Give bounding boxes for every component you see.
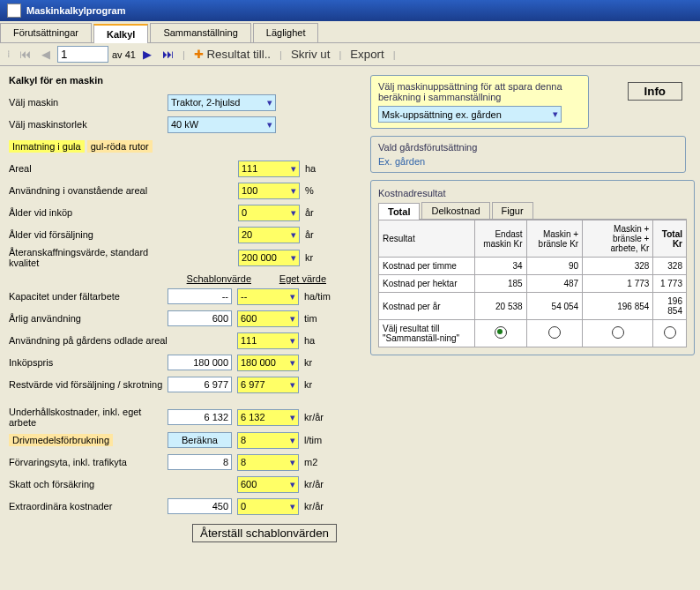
nav-prev-icon[interactable]: ◀ [38, 46, 54, 63]
unit-label: kr/år [304, 412, 335, 422]
machine-label: Välj maskin [9, 97, 168, 108]
field-label: Extraordinära kostnader [9, 501, 168, 512]
eget-combo[interactable]: 6 132▾ [237, 409, 299, 426]
result-radio[interactable] [612, 326, 624, 339]
value-combo[interactable]: 200 000▾ [238, 250, 300, 266]
eget-combo[interactable]: 111▾ [237, 332, 299, 349]
schablon-value: 6 132 [168, 409, 232, 425]
hint-orange: gul-röda rutor [87, 140, 153, 153]
unit-label: kr [305, 252, 336, 263]
unit-label: år [305, 229, 336, 240]
eget-combo[interactable]: 0▾ [237, 498, 299, 515]
tab-laglighet[interactable]: Läglighet [253, 23, 319, 42]
value-combo[interactable]: 0▾ [238, 205, 300, 221]
field-label: Ålder vid inköp [9, 207, 168, 218]
unit-label: ha [305, 163, 336, 174]
col-schablon: Schablonvärde [168, 273, 251, 284]
field-label: Drivmedelsförbrukning [9, 435, 168, 445]
field-label: Underhållskostnader, inkl. eget arbete [9, 407, 168, 428]
unit-label: kr/år [304, 479, 335, 489]
schablon-value: 6 977 [168, 377, 232, 392]
field-label: Kapacitet under fältarbete [9, 291, 168, 302]
farm-value: Ex. gården [378, 156, 678, 167]
unit-label: kr [304, 357, 335, 368]
tab-forutsattningar[interactable]: Förutsättningar [0, 23, 92, 42]
selection-combo[interactable]: Msk-uppsättning ex. gården▾ [378, 106, 562, 123]
unit-label: % [305, 185, 336, 196]
schablon-value: 8 [168, 454, 232, 470]
eget-combo[interactable]: 8▾ [237, 432, 299, 449]
eget-combo[interactable]: 600▾ [237, 310, 299, 327]
selection-intro: Välj maskinuppsättning för att spara den… [378, 81, 581, 102]
schablon-value: 180 000 [168, 355, 232, 370]
result-radio[interactable] [664, 326, 676, 339]
farm-title: Vald gårdsförutsättning [378, 142, 678, 153]
machine-combo[interactable]: Traktor, 2-hjulsd▾ [168, 94, 276, 111]
value-combo[interactable]: 20▾ [238, 227, 300, 243]
tab-sammanstallning[interactable]: Sammanställning [150, 23, 250, 42]
field-label: Användning i ovanstående areal [9, 185, 168, 196]
nav-next-icon[interactable]: ▶ [139, 46, 155, 63]
eget-combo[interactable]: 8▾ [237, 454, 299, 471]
field-label: Areal [9, 163, 168, 174]
unit-label: kr [304, 379, 335, 390]
nav-last-icon[interactable]: ⏭ [159, 46, 177, 63]
schablon-value: -- [168, 288, 232, 304]
eget-combo[interactable]: --▾ [237, 288, 299, 305]
result-radio[interactable] [548, 326, 561, 339]
field-label: Skatt och försäkring [9, 479, 168, 489]
field-label: Ålder vid försäljning [9, 229, 168, 240]
info-button[interactable]: Info [628, 82, 682, 101]
nav-of-label: av 41 [112, 49, 136, 60]
value-combo[interactable]: 100▾ [238, 183, 300, 199]
unit-label: tim [304, 313, 335, 324]
result-title: Kostnadresultat [378, 188, 687, 198]
hint-yellow: Inmatning i gula [9, 140, 85, 153]
subtab-total[interactable]: Total [378, 203, 420, 220]
eget-combo[interactable]: 180 000▾ [237, 355, 299, 371]
unit-label: l/tim [304, 435, 335, 445]
eget-combo[interactable]: 600▾ [237, 476, 299, 493]
tab-kalkyl[interactable]: Kalkyl [93, 24, 148, 43]
main-tabs: Förutsättningar Kalkyl Sammanställning L… [0, 21, 700, 43]
field-label: Restvärde vid försäljning / skrotning [9, 379, 168, 390]
reset-schablon-button[interactable]: Återställ schablonvärden [192, 524, 337, 542]
skriv-ut-button[interactable]: Skriv ut [287, 46, 333, 63]
result-radio[interactable] [495, 326, 507, 339]
eget-combo[interactable]: 6 977▾ [237, 377, 299, 393]
chevron-down-icon: ▾ [267, 119, 272, 131]
titlebar: Maskinkalkylprogram [0, 0, 700, 21]
chevron-down-icon: ▾ [553, 108, 558, 120]
chevron-down-icon: ▾ [267, 97, 272, 108]
field-label: Förvaringsyta, inkl. trafikyta [9, 457, 168, 467]
field-label: Användning på gårdens odlade areal [9, 335, 168, 346]
unit-label: ha [304, 335, 335, 346]
unit-label: ha/tim [304, 291, 335, 302]
page-title: Kalkyl för en maskin [9, 75, 361, 86]
toolbar: ⁞ ⏮ ◀ av 41 ▶ ⏭ | ✚ Resultat till.. | Sk… [0, 43, 700, 66]
nav-pos-input[interactable] [57, 46, 108, 63]
field-label: Årlig användning [9, 313, 168, 324]
subtab-delkostnad[interactable]: Delkostnad [421, 202, 489, 219]
schablon-value: 600 [168, 310, 232, 326]
app-icon [7, 4, 21, 18]
berakna-button[interactable]: Beräkna [168, 432, 232, 448]
size-label: Välj maskinstorlek [9, 119, 168, 130]
value-combo[interactable]: 111▾ [238, 161, 300, 177]
field-label: Återanskaffningsvärde, standard kvalitet [9, 247, 168, 268]
unit-label: kr/år [304, 501, 335, 512]
nav-first-icon[interactable]: ⏮ [16, 46, 34, 63]
unit-label: år [305, 207, 336, 218]
field-label: Inköpspris [9, 357, 168, 368]
unit-label: m2 [304, 457, 335, 467]
subtab-figur[interactable]: Figur [492, 202, 533, 219]
col-eget: Eget värde [251, 273, 326, 284]
result-till-button[interactable]: ✚ Resultat till.. [190, 46, 274, 63]
size-combo[interactable]: 40 kW▾ [168, 116, 276, 133]
app-title: Maskinkalkylprogram [26, 5, 126, 16]
export-button[interactable]: Export [346, 46, 388, 63]
result-table: ResultatEndast maskin KrMaskin + bränsle… [378, 220, 687, 347]
schablon-value: 450 [168, 498, 232, 514]
